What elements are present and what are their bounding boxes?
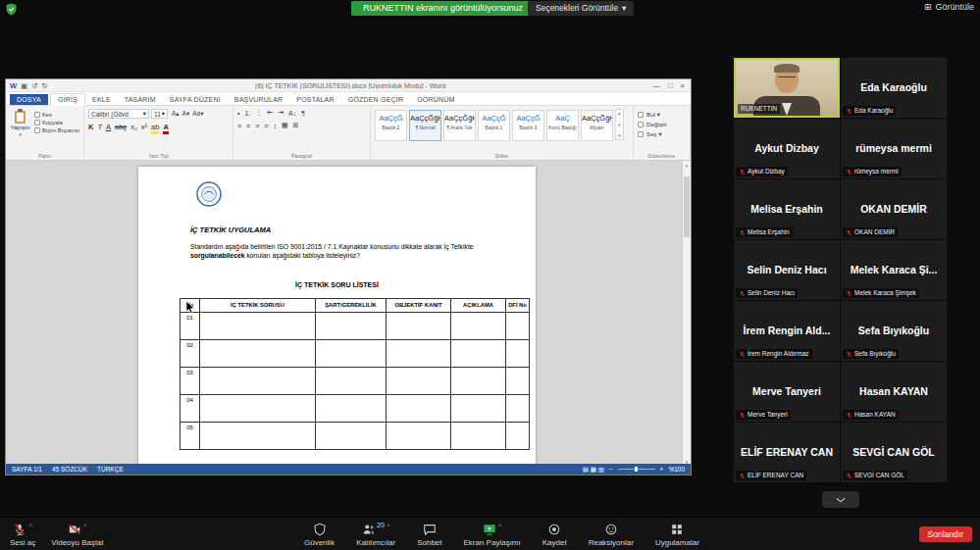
view-mode-icons[interactable]: ▤ ▦ ▥ xyxy=(583,466,604,474)
participant-tile-merve-tanyeri[interactable]: Merve TanyeriMerve Tanyeri xyxy=(734,362,840,422)
toolbar-ekran-payla-m[interactable]: ^Ekran Paylaşımı xyxy=(464,522,521,547)
participant-tile-sevgi-can-g-l[interactable]: SEVGİ CAN GÖLSEVGİ CAN GÖL xyxy=(841,423,947,482)
tab-g-r-n-m[interactable]: GÖRÜNÜM xyxy=(410,94,461,105)
tab-tasarim[interactable]: TASARIM xyxy=(118,94,163,105)
tab-postalar[interactable]: POSTALAR xyxy=(289,94,340,105)
style-ba-l-k-1[interactable]: AaÇçĞBaşlık 1 xyxy=(478,110,510,141)
toolbar-uygulamalar[interactable]: Uygulamalar xyxy=(655,522,699,547)
font-size-select[interactable]: 11▾ xyxy=(151,109,168,119)
zoom-out-button[interactable]: − xyxy=(609,466,613,473)
document-page[interactable]: İÇ TETKİK UYGULAMA Standardın aşağıda be… xyxy=(138,167,536,466)
style-konu-ba-l[interactable]: AaÇKonu Başlığı xyxy=(546,110,579,141)
change-case-button[interactable]: Aa▾ xyxy=(192,110,203,118)
paste-button[interactable]: Yapıştır ▾ xyxy=(10,109,30,137)
toolbar-videoyu-ba-lat[interactable]: ^Videoyu Başlat xyxy=(51,522,103,547)
toolbar-sohbet[interactable]: Sohbet xyxy=(417,522,441,547)
toolbar-sesi-a[interactable]: ^Sesi aç xyxy=(10,522,35,547)
font-name-select[interactable]: Calibri (Gövd▾ xyxy=(88,109,149,119)
paragraph-marks-button[interactable]: ¶ xyxy=(301,110,305,117)
maximize-button[interactable]: □ xyxy=(668,81,673,90)
language-indicator[interactable]: TÜRKÇE xyxy=(97,466,124,473)
toolbar-kat-l-mc-lar[interactable]: 20^Katılımcılar xyxy=(356,522,395,547)
shading-button[interactable]: ▦ xyxy=(282,122,288,129)
end-meeting-button[interactable]: Sonlandır xyxy=(919,526,972,542)
clipboard-kes[interactable]: Kes xyxy=(34,112,79,118)
subscript-button[interactable]: x₂ xyxy=(130,123,137,131)
participant-tile-melisa-er-ahin[interactable]: Melisa ErşahinMelisa Erşahin xyxy=(734,179,840,239)
font-color-button[interactable]: A xyxy=(163,124,168,134)
borders-button[interactable]: ⊞ xyxy=(293,122,299,129)
bullets-button[interactable]: • xyxy=(237,110,239,117)
increase-indent-button[interactable]: ⇥ xyxy=(278,109,284,117)
style-altyaz[interactable]: AaÇçĞğHıAltyazı xyxy=(581,110,613,141)
document-scrollbar[interactable]: ▴ ▾ xyxy=(682,161,691,466)
participant-tile-aykut-dizbay[interactable]: Aykut DizbayAykut Dizbay xyxy=(734,119,840,178)
undo-icon[interactable]: ↺ xyxy=(31,81,37,90)
participant-tile-ruknettin[interactable]: RUKNETTIN xyxy=(734,58,840,118)
style-ba-l-k-2[interactable]: AaÇçĞBaşlık 2 xyxy=(375,110,407,141)
web-layout-button[interactable]: ▥ xyxy=(598,466,604,473)
close-button[interactable]: × xyxy=(681,81,685,90)
grow-font-button[interactable]: A▴ xyxy=(172,110,180,118)
underline-button[interactable]: A xyxy=(106,123,111,131)
zoom-in-button[interactable]: + xyxy=(660,466,664,473)
word-count[interactable]: 45 SÖZCÜK xyxy=(52,466,87,473)
view-options-button[interactable]: Seçenekleri Görüntüle▾ xyxy=(528,1,634,16)
justify-button[interactable]: ≡ xyxy=(264,123,268,129)
tab-g-zden-ge-i-r[interactable]: GÖZDEN GEÇİR xyxy=(341,94,410,105)
bold-button[interactable]: K xyxy=(88,123,93,131)
participant-tile-melek-karaca-im-ek[interactable]: Melek Karaca Şi...Melek Karaca Şimşek xyxy=(841,240,947,300)
styles-gallery-scroll[interactable]: ▴▾≡ xyxy=(615,109,624,140)
editing-se[interactable]: Seç ▾ xyxy=(638,130,686,137)
zoom-level[interactable]: %100 xyxy=(668,466,685,473)
scrollbar-thumb[interactable] xyxy=(684,176,690,237)
style-aral-k-yok[interactable]: AaÇçĞğHı¶ Aralık Yok xyxy=(443,110,476,141)
superscript-button[interactable]: x² xyxy=(141,123,147,131)
toolbar-reaksiyonlar[interactable]: Reaksiyonlar xyxy=(589,522,634,547)
page-indicator[interactable]: SAYFA 1/1 xyxy=(12,466,42,473)
participant-tile-sefa-b-y-ko-lu[interactable]: Sefa BıyıkoğluSefa Bıyıkoğlu xyxy=(841,301,947,361)
scroll-up-icon[interactable]: ▴ xyxy=(683,162,691,168)
clipboard-kopyala[interactable]: Kopyala xyxy=(34,120,79,125)
document-area[interactable]: İÇ TETKİK UYGULAMA Standardın aşağıda be… xyxy=(6,161,691,466)
sort-button[interactable]: A↓ xyxy=(288,110,296,117)
view-button[interactable]: ⊞ Görüntüle xyxy=(924,2,974,12)
style-ba-l-k-3[interactable]: AaÇçĞBaşlık 3 xyxy=(512,110,544,141)
editing-de-i-tir[interactable]: Değiştir xyxy=(638,121,686,127)
decrease-indent-button[interactable]: ⇤ xyxy=(267,109,273,117)
tab-ba-vurular[interactable]: BAŞVURULAR xyxy=(228,94,289,105)
participant-tile-i-rem-rengin-ald-rmaz[interactable]: İrem Rengin Ald...İrem Rengin Aldırmaz xyxy=(734,301,840,361)
participant-tile-r-meysa-mermi[interactable]: rümeysa mermirümeysa mermi xyxy=(841,119,947,178)
collapse-panel-button[interactable] xyxy=(822,491,859,508)
highlight-button[interactable]: ab xyxy=(151,124,159,134)
read-mode-button[interactable]: ▤ xyxy=(583,466,591,473)
tab-sayfa-d-zeni[interactable]: SAYFA DÜZENİ xyxy=(163,94,228,105)
participant-tile-eda-karao-lu[interactable]: Eda KaraoğluEda Karaoğlu xyxy=(841,58,947,118)
line-spacing-button[interactable]: ↕ xyxy=(273,123,277,129)
tab-gi-ri[interactable]: GİRİŞ xyxy=(50,93,85,106)
participant-tile-eli-f-erenay-can[interactable]: ELİF ERENAY CANELİF ERENAY CAN xyxy=(734,423,840,482)
align-right-button[interactable]: ≡ xyxy=(255,123,259,129)
participant-tile-selin-deniz-hac[interactable]: Selin Deniz HacıSelin Deniz Hacı xyxy=(734,240,840,300)
align-center-button[interactable]: ≡ xyxy=(246,123,250,129)
toolbar-g-venlik[interactable]: Güvenlik xyxy=(304,522,335,547)
save-icon[interactable]: ▣ xyxy=(21,81,27,90)
participant-tile-hasan-kayan[interactable]: Hasan KAYANHasan KAYAN xyxy=(841,362,947,422)
align-left-button[interactable]: ≡ xyxy=(237,123,241,129)
zoom-slider-thumb[interactable] xyxy=(635,467,638,472)
tab-dosya[interactable]: DOSYA xyxy=(10,94,48,105)
style-normal[interactable]: AaÇçĞğHı¶ Normal xyxy=(409,110,441,141)
strikethrough-button[interactable]: abç xyxy=(115,123,127,131)
tab-ekle[interactable]: EKLE xyxy=(85,94,118,105)
numbering-button[interactable]: 1. xyxy=(244,110,250,117)
minimize-button[interactable]: — xyxy=(653,81,661,90)
multilevel-list-button[interactable]: ⋮ xyxy=(255,109,262,117)
zoom-slider[interactable] xyxy=(618,469,655,470)
clipboard-bi-im-boyac-s[interactable]: Biçim Boyacısı xyxy=(34,127,79,133)
shrink-font-button[interactable]: A▾ xyxy=(182,110,190,118)
italic-button[interactable]: T xyxy=(97,123,102,131)
editing-bul[interactable]: Bul ▾ xyxy=(638,111,686,118)
print-layout-button[interactable]: ▦ xyxy=(591,466,598,473)
participant-tile-okan-demi-r[interactable]: OKAN DEMİROKAN DEMİR xyxy=(841,179,947,239)
toolbar-kaydet[interactable]: Kaydet xyxy=(542,522,567,547)
